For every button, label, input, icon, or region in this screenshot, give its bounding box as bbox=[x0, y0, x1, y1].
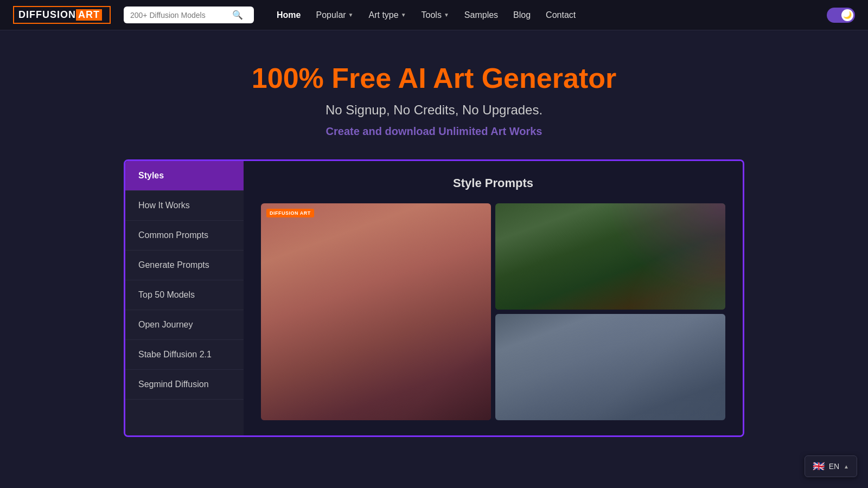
nav-tools[interactable]: Tools ▼ bbox=[416, 6, 455, 24]
content-title: Style Prompts bbox=[261, 176, 725, 190]
logo[interactable]: DIFFUSION ART bbox=[13, 6, 111, 24]
lang-chevron: ▲ bbox=[844, 464, 849, 470]
navbar: DIFFUSION ART 🔍 Home Popular ▼ Art type … bbox=[0, 0, 868, 30]
watermark: DIFFUSION ART bbox=[266, 209, 314, 217]
logo-diffusion-text: DIFFUSION bbox=[18, 9, 76, 21]
theme-toggle-knob: 🌙 bbox=[841, 9, 853, 21]
sidebar-item-how-it-works[interactable]: How It Works bbox=[125, 191, 244, 221]
language-selector[interactable]: 🇬🇧 EN ▲ bbox=[805, 455, 857, 477]
nav-samples[interactable]: Samples bbox=[459, 6, 503, 24]
style-image-main[interactable]: DIFFUSION ART bbox=[261, 203, 491, 420]
sidebar-item-styles[interactable]: Styles bbox=[125, 161, 244, 191]
hero-cta: Create and download Unlimited Art Works bbox=[11, 125, 857, 138]
search-bar: 🔍 bbox=[124, 7, 254, 23]
content-area: Style Prompts DIFFUSION ART bbox=[244, 161, 743, 435]
main-container: Styles How It Works Common Prompts Gener… bbox=[124, 159, 744, 437]
image-grid: DIFFUSION ART bbox=[261, 203, 725, 420]
lang-flag: 🇬🇧 bbox=[813, 460, 825, 472]
search-button[interactable]: 🔍 bbox=[232, 10, 243, 20]
sidebar: Styles How It Works Common Prompts Gener… bbox=[125, 161, 244, 435]
style-image-top-right[interactable] bbox=[495, 203, 725, 310]
hero-subtitle: No Signup, No Credits, No Upgrades. bbox=[11, 102, 857, 118]
nav-contact[interactable]: Contact bbox=[540, 6, 581, 24]
logo-art-text: ART bbox=[76, 9, 102, 21]
sidebar-item-stable-diffusion[interactable]: Stabe Diffusion 2.1 bbox=[125, 340, 244, 370]
nav-links: Home Popular ▼ Art type ▼ Tools ▼ Sample… bbox=[271, 6, 581, 24]
sidebar-item-generate-prompts[interactable]: Generate Prompts bbox=[125, 251, 244, 280]
nav-home[interactable]: Home bbox=[271, 6, 306, 24]
nav-popular[interactable]: Popular ▼ bbox=[310, 6, 359, 24]
hero-title: 100% Free AI Art Generator bbox=[11, 63, 857, 94]
search-input[interactable] bbox=[130, 11, 228, 20]
sidebar-item-top-50-models[interactable]: Top 50 Models bbox=[125, 280, 244, 310]
nav-art-type[interactable]: Art type ▼ bbox=[363, 6, 412, 24]
hero-section: 100% Free AI Art Generator No Signup, No… bbox=[0, 30, 868, 159]
sidebar-item-open-journey[interactable]: Open Journey bbox=[125, 310, 244, 340]
lang-code: EN bbox=[829, 462, 839, 471]
theme-toggle[interactable]: 🌙 bbox=[827, 8, 855, 23]
sidebar-item-common-prompts[interactable]: Common Prompts bbox=[125, 221, 244, 251]
sidebar-item-segmind-diffusion[interactable]: Segmind Diffusion bbox=[125, 370, 244, 400]
nav-blog[interactable]: Blog bbox=[508, 6, 536, 24]
style-image-bottom-right[interactable] bbox=[495, 314, 725, 420]
